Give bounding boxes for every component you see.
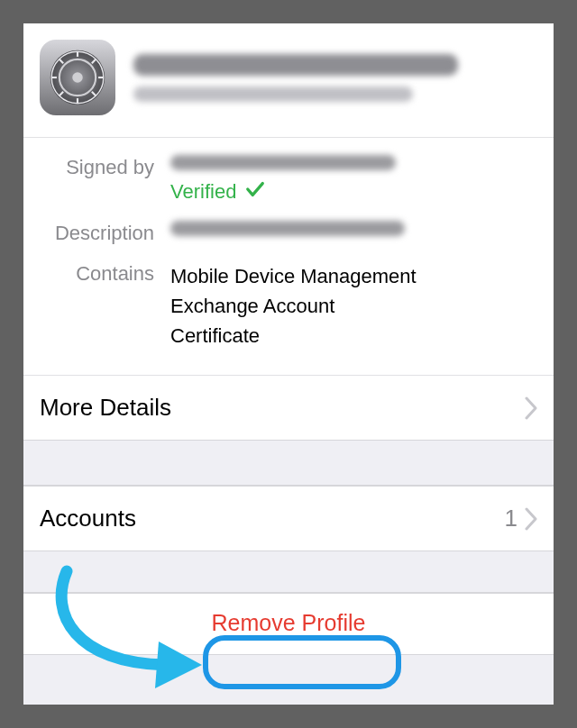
section-gap (23, 441, 554, 486)
contains-values: Mobile Device Management Exchange Accoun… (170, 261, 537, 350)
contains-line: Certificate (170, 321, 537, 350)
profile-subtitle-redacted (133, 86, 413, 102)
chevron-right-icon (525, 396, 537, 420)
profile-title-redacted (133, 54, 458, 76)
verified-label: Verified (170, 180, 236, 204)
contains-label: Contains (40, 261, 170, 286)
profile-info: Signed by Verified Description (23, 138, 554, 376)
contains-line: Exchange Account (170, 291, 537, 321)
more-details-row[interactable]: More Details (23, 376, 554, 441)
more-details-label: More Details (40, 394, 525, 422)
profile-header (23, 23, 554, 138)
accounts-row[interactable]: Accounts 1 (23, 486, 554, 551)
remove-profile-label: Remove Profile (212, 610, 366, 636)
section-gap (23, 551, 554, 593)
signed-by-value-redacted (170, 155, 396, 170)
settings-gear-icon (40, 40, 115, 115)
signed-by-label: Signed by (40, 155, 170, 179)
description-value-redacted (170, 221, 405, 236)
accounts-count: 1 (505, 505, 517, 532)
remove-profile-button[interactable]: Remove Profile (23, 593, 554, 655)
contains-line: Mobile Device Management (170, 261, 537, 291)
description-label: Description (40, 221, 170, 245)
accounts-label: Accounts (40, 505, 505, 532)
checkmark-icon (245, 179, 265, 205)
verified-status: Verified (170, 179, 265, 205)
svg-point-11 (72, 72, 83, 83)
chevron-right-icon (525, 507, 537, 531)
